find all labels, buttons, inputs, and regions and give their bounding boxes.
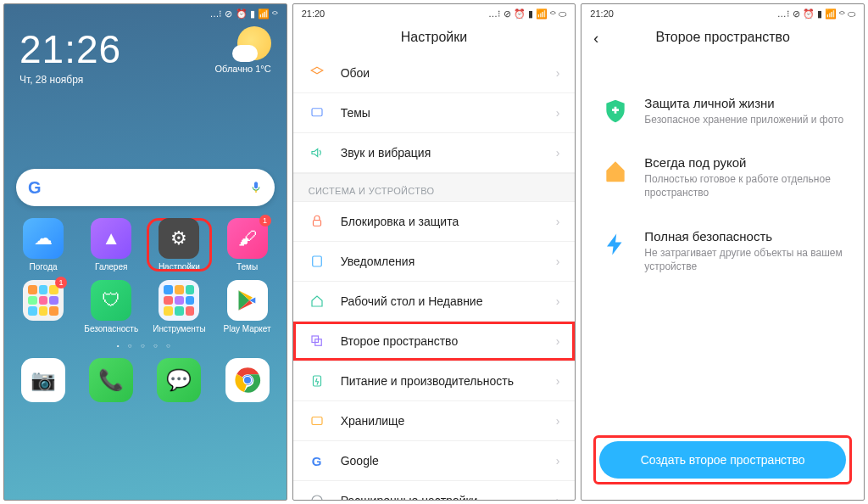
chevron-right-icon: › <box>556 454 560 468</box>
dock-camera[interactable]: 📷 <box>21 358 65 402</box>
row-themes[interactable]: Темы› <box>293 93 576 133</box>
page-title: ‹ Второе пространство <box>581 21 864 53</box>
feature-privacy: Защита личной жизни Безопасное хранение … <box>600 96 845 126</box>
dock-browser[interactable] <box>225 358 270 402</box>
dock-phone[interactable]: 📞 <box>89 358 133 402</box>
feature-title: Защита личной жизни <box>644 96 843 110</box>
storage-icon <box>309 412 326 429</box>
app-weather[interactable]: ☁ Погода <box>11 218 75 272</box>
app-gallery[interactable]: ▲ Галерея <box>79 218 143 272</box>
cta-highlight: Создать второе пространство <box>593 435 852 484</box>
app-play-store[interactable]: Play Маркет <box>215 280 280 333</box>
status-bar: …⁝ ⊘ ⏰ ▮ 📶 ⌔ <box>4 4 287 21</box>
row-label: Обои <box>341 66 370 80</box>
chevron-right-icon: › <box>556 215 560 228</box>
app-label: Play Маркет <box>224 324 271 333</box>
row-storage[interactable]: Хранилище› <box>293 401 576 441</box>
google-logo: G <box>28 178 42 198</box>
weather-widget[interactable]: Облачно 1°C <box>215 26 271 74</box>
title-text: Второе пространство <box>656 30 790 44</box>
app-themes[interactable]: 🖌1 Темы <box>215 218 280 272</box>
chevron-right-icon: › <box>556 374 560 388</box>
mic-icon[interactable] <box>249 179 263 196</box>
app-settings-highlighted[interactable]: ⚙ Настройки <box>147 218 211 272</box>
app-label: Настройки <box>159 262 200 272</box>
phone-home-screen: …⁝ ⊘ ⏰ ▮ 📶 ⌔ 21:26 Чт, 28 ноября Облачно… <box>3 3 287 501</box>
row-home[interactable]: Рабочий стол и Недавние› <box>293 282 576 322</box>
status-time: 21:20 <box>590 8 614 19</box>
advanced-icon <box>309 492 326 500</box>
row-google[interactable]: G Google› <box>293 441 576 481</box>
app-label: Галерея <box>95 262 127 272</box>
svg-rect-11 <box>312 417 322 425</box>
app-label: Безопасность <box>84 324 138 333</box>
status-bar: 21:20 …⁝ ⊘ ⏰ ▮ 📶 ⌔ ⬭ <box>581 4 864 21</box>
svg-rect-0 <box>255 190 256 193</box>
row-label: Звук и вибрация <box>341 146 431 160</box>
dock-messages[interactable]: 💬 <box>157 358 201 402</box>
feature-safety: Полная безопасность Не затрагивает други… <box>600 229 845 273</box>
app-label: Погода <box>30 262 58 272</box>
back-button[interactable]: ‹ <box>593 30 598 48</box>
status-bar: 21:20 …⁝ ⊘ ⏰ ▮ 📶 ⌔ ⬭ <box>293 4 576 21</box>
feature-title: Всегда под рукой <box>644 155 845 170</box>
row-sound[interactable]: Звук и вибрация› <box>293 133 576 173</box>
second-space-icon <box>309 333 326 350</box>
row-lock[interactable]: Блокировка и защита› <box>293 202 576 242</box>
status-icons: …⁝ ⊘ ⏰ ▮ 📶 ⌔ <box>209 8 277 20</box>
row-power[interactable]: Питание и производительность› <box>293 361 576 401</box>
row-label: Блокировка и защита <box>341 215 459 228</box>
row-wallpaper[interactable]: Обои› <box>293 53 576 93</box>
status-icons: …⁝ ⊘ ⏰ ▮ 📶 ⌔ ⬭ <box>777 8 855 20</box>
weather-label: Облачно 1°C <box>215 64 271 74</box>
feature-desc: Полностью готовое к работе отдельное про… <box>644 172 845 199</box>
google-icon: G <box>309 452 326 469</box>
gallery-app-icon: ▲ <box>91 218 131 259</box>
row-label: Питание и производительность <box>341 374 514 388</box>
play-store-icon <box>227 280 268 321</box>
svg-point-12 <box>312 496 322 500</box>
feature-handy: Всегда под рукой Полностью готовое к раб… <box>600 155 845 199</box>
badge: 1 <box>259 215 271 227</box>
app-label: Инструменты <box>153 324 205 333</box>
create-second-space-button[interactable]: Создать второе пространство <box>599 441 846 479</box>
status-time: 21:20 <box>302 8 326 19</box>
home-icon <box>600 155 631 186</box>
sound-icon <box>309 144 326 161</box>
section-header: СИСТЕМА И УСТРОЙСТВО <box>293 173 576 202</box>
feature-desc: Безопасное хранение приложений и фото <box>644 113 843 126</box>
notification-icon <box>309 253 326 270</box>
power-icon <box>309 372 326 389</box>
row-advanced[interactable]: Расширенные настройки› <box>293 481 576 500</box>
tools-folder-icon: 1 <box>23 280 64 321</box>
app-folder-instruments[interactable]: Инструменты <box>147 280 211 333</box>
weather-app-icon: ☁ <box>23 218 64 259</box>
row-notifications[interactable]: Уведомления› <box>293 242 576 282</box>
app-folder-tools[interactable]: 1 <box>11 280 75 333</box>
row-label: Хранилище <box>341 414 405 428</box>
row-label: Рабочий стол и Недавние <box>341 294 483 308</box>
svg-rect-7 <box>312 256 321 266</box>
weather-icon <box>237 26 271 60</box>
home-icon <box>309 293 326 310</box>
app-grid: ☁ Погода ▲ Галерея ⚙ Настройки 🖌1 Темы 1… <box>4 206 287 339</box>
google-search-bar[interactable]: G <box>16 169 275 206</box>
phone-settings-screen: 21:20 …⁝ ⊘ ⏰ ▮ 📶 ⌔ ⬭ Настройки Обои› Тем… <box>292 3 576 501</box>
chevron-right-icon: › <box>556 494 560 500</box>
clock-date: Чт, 28 ноября <box>19 74 271 86</box>
svg-rect-6 <box>313 221 320 227</box>
chevron-right-icon: › <box>556 146 560 160</box>
svg-rect-5 <box>312 109 322 116</box>
row-label: Google <box>341 454 379 468</box>
row-label: Темы <box>341 106 370 120</box>
status-icons: …⁝ ⊘ ⏰ ▮ 📶 ⌔ ⬭ <box>488 8 566 20</box>
shield-plus-icon <box>600 96 631 126</box>
feature-title: Полная безопасность <box>644 229 845 244</box>
chevron-right-icon: › <box>556 414 560 428</box>
app-security[interactable]: 🛡 Безопасность <box>79 280 143 333</box>
wallpaper-icon <box>309 64 326 81</box>
row-second-space-highlighted[interactable]: Второе пространство› <box>293 322 576 361</box>
settings-list[interactable]: Обои› Темы› Звук и вибрация› СИСТЕМА И У… <box>293 53 576 500</box>
page-indicator: • ○ ○ ○ ○ <box>4 342 287 350</box>
dock: 📷 📞 💬 <box>4 350 287 412</box>
